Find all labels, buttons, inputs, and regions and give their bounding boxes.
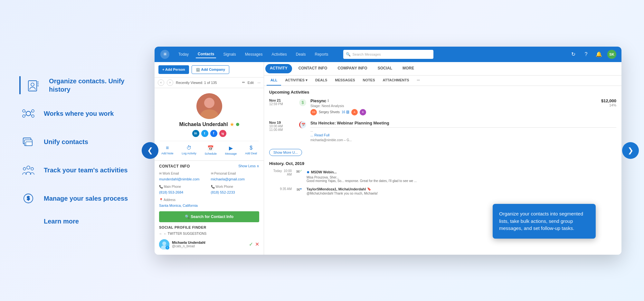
svg-text:$: $ [27,196,30,201]
subtab-notes[interactable]: NOTES [359,76,379,86]
learn-more-link[interactable]: Learn more [44,218,135,225]
personal-email-label: ✉ Personal Email [211,172,260,175]
meeting-title: Stu Heincke: Webinar Planning Meeting [310,121,616,125]
personal-email-item: ✉ Personal Email michaela@gmail.com [211,172,260,182]
nav-contacts[interactable]: Contacts [196,50,216,58]
meeting-ellipsis: ··· [310,130,616,133]
nav-label-sales: Manage your sales process [44,194,128,203]
nav-activities[interactable]: Activities [270,51,289,58]
add-note-action[interactable]: ≡ Add Note [161,145,174,155]
twitter-reject-button[interactable]: ✕ [255,241,259,247]
address-item: 📍 Address Santa Monica, California [159,198,259,208]
svg-point-18 [23,168,26,170]
work-phone-value[interactable]: (818) 552-2233 [211,190,235,194]
subtab-more[interactable]: ··· [413,76,424,86]
refresh-icon[interactable]: ↻ [569,50,578,59]
nav-item-unify[interactable]: Unify contacts [19,133,135,151]
topbar-search[interactable]: 🔍 Search Messages [343,50,433,59]
tab-social[interactable]: SOCIAL [373,62,397,75]
network-icon [19,105,37,123]
schedule-action[interactable]: 📅 Schedule [204,145,217,155]
nav-today[interactable]: Today [176,51,191,58]
add-person-button[interactable]: + Add Person [158,65,189,74]
subtab-deals[interactable]: DEALS [311,76,331,86]
tab-activity[interactable]: ACTIVITY [265,64,292,73]
social-finder-section: SOCIAL PROFILE FINDER ← ← TWITTER SUGGES… [159,225,259,251]
twitter-user-item: t Michaela Underdahl @cats_n_bread ✓ ✕ [159,237,259,251]
subtab-activities[interactable]: ACTIVITIES ▾ [281,76,311,86]
add-company-button[interactable]: 🏢 Add Company [192,65,229,74]
nav-deals[interactable]: Deals [294,51,308,58]
linkedin-icon[interactable]: in [192,130,199,137]
address-value[interactable]: Santa Monica, California [159,204,198,207]
tab-contact-info[interactable]: CONTACT INFO [293,62,333,75]
user-avatar[interactable]: SK [607,50,616,59]
tab-company-info[interactable]: COMPANY INFO [332,62,372,75]
subtab-all[interactable]: ALL [267,76,281,86]
edit-label[interactable]: Edit [248,81,254,85]
deal-name[interactable]: Piesync ℹ [310,98,329,103]
deal-icon: $ [250,145,252,151]
next-arrow-button[interactable]: ❯ [622,142,639,159]
nav-reports[interactable]: Reports [313,51,330,58]
nav-item-track[interactable]: Track your team's activities [19,161,135,179]
work-phone-item: 📞 Work Phone (818) 552-2233 [211,185,260,195]
read-full-link[interactable]: ... Read Full [310,133,616,137]
twitter-actions: ✓ ✕ [249,241,259,247]
twitter-user-info: Michaela Underdahl @cats_n_bread [172,241,246,248]
tab-more[interactable]: MORE [397,62,419,75]
instagram-icon[interactable]: ig [219,130,226,137]
hist-content-1: ● MSDW Webin... Misa Prouzova, Sher...Go… [307,169,616,183]
meeting-activity-item: Nov 19 10:00 AM 11:00 AM 📅 Stu Heincke: … [269,121,616,142]
search-contact-button[interactable]: 🔍 Search for Contact Info [159,211,259,222]
add-deal-action[interactable]: $ Add Deal [245,145,257,155]
nav-messages[interactable]: Messages [243,51,265,58]
work-email-value[interactable]: munderdahl@nimble.com [159,177,200,181]
svg-text:✳: ✳ [163,51,167,57]
personal-email-value[interactable]: michaela@gmail.com [211,177,245,181]
twitter-suggestions-label: ← TWITTER SUGGESTIONS [164,232,206,235]
layers-icon [19,133,37,151]
meeting-date: Nov 19 10:00 AM 11:00 AM [269,121,295,132]
notification-icon[interactable]: 🔔 [594,50,603,59]
schedule-label: Schedule [204,152,217,155]
show-less-button[interactable]: Show Less ∧ [238,164,259,168]
twitter-icon[interactable]: t [201,130,208,137]
nav-item-organize[interactable]: Organize contacts. Unify history [19,76,135,94]
hist-body-1: Misa Prouzova, Sher...Good morning Yajas… [307,176,616,183]
subtab-messages[interactable]: MESSAGES [331,76,359,86]
deal-date-main: Nov 21 [269,98,295,102]
edit-icon[interactable]: ✏ [242,80,245,85]
svg-point-19 [31,168,33,170]
message-action[interactable]: ▶ Message [225,145,237,155]
chevron-right-icon: ❯ [628,146,633,155]
deal-stage: Stage: Need Analysis [310,104,344,108]
facebook-icon[interactable]: f [210,130,217,137]
show-more-button[interactable]: Show More U... [269,149,302,156]
tooltip-box: Organize your contacts into segmented li… [493,204,596,239]
nav-signals[interactable]: Signals [221,51,238,58]
meeting-date-main: Nov 19 [269,121,295,124]
twitter-accept-button[interactable]: ✓ [249,241,253,247]
contact-info-grid: ✉ Work Email munderdahl@nimble.com ✉ Per… [159,172,259,195]
subtab-attachments[interactable]: ATTACHMENTS [379,76,413,86]
meeting-divider [310,127,616,128]
contact-info-title: CONTACT INFO [159,164,190,169]
nav-item-sales[interactable]: $ Manage your sales process [19,189,135,207]
log-activity-action[interactable]: ⏱ Log Activity [182,145,196,155]
search-placeholder: Search Messages [353,52,381,56]
main-phone-value[interactable]: (818) 553-2684 [159,190,183,194]
add-deal-label: Add Deal [245,152,257,155]
work-email-label: ✉ Work Email [159,172,208,175]
prev-arrow-button[interactable]: ❮ [142,142,158,159]
nav-prev-button[interactable]: ‹ [158,79,164,86]
nav-next-button[interactable]: › [167,79,173,86]
star-icon[interactable]: ★ [230,122,234,127]
upcoming-title: Upcoming Activities [269,90,616,95]
help-icon[interactable]: ? [582,50,591,59]
more-icon[interactable]: ··· [258,81,260,85]
history-item-1: Today 10:00 AM ✉ ✓ ● MSDW Webin... Misa … [269,169,616,183]
email-preview: michaela@nimble.com – G... [310,138,616,142]
nav-item-works[interactable]: Works where you work [19,105,135,123]
deal-activity-item: Nov 21 12:59 PM $ Piesync ℹ $12,000 [269,98,616,115]
